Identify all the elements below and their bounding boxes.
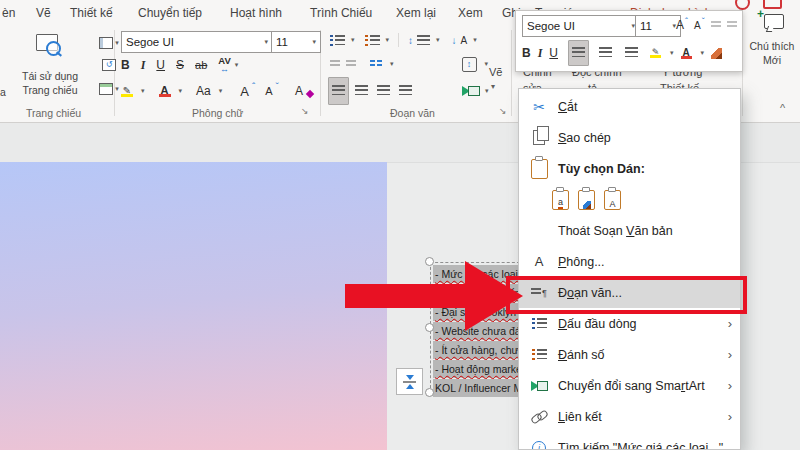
menu-item-convert-smartart[interactable]: Chuyển đổi sang SmartArt › xyxy=(519,370,740,401)
bold-button[interactable]: B xyxy=(121,58,130,72)
mini-font-name-combo[interactable]: Segoe UI ▾ xyxy=(522,15,640,37)
italic-button[interactable]: I xyxy=(538,46,543,61)
tab-design[interactable]: Thiết kế xyxy=(70,0,113,26)
submenu-arrow-icon: › xyxy=(728,348,732,361)
align-text-button[interactable]: ↕ xyxy=(462,57,477,72)
align-left-button[interactable] xyxy=(568,40,589,66)
autofit-options-button[interactable] xyxy=(396,368,423,395)
underline-button[interactable]: U xyxy=(549,46,558,60)
font-color-button[interactable]: A xyxy=(681,48,692,59)
smartart-icon xyxy=(528,376,550,396)
menu-item-link[interactable]: Liên kết › xyxy=(519,401,740,432)
align-center-button[interactable] xyxy=(596,41,615,65)
resize-handle[interactable] xyxy=(425,257,434,266)
chevron-down-icon: ▾ xyxy=(473,36,477,44)
slide-layout-button[interactable]: ▾ xyxy=(96,36,122,50)
new-comment-button[interactable]: + Chú thích Mới xyxy=(744,10,800,72)
paragraph-dialog-launcher[interactable]: ↘ xyxy=(499,106,507,116)
tab-animations[interactable]: Hoạt hình xyxy=(230,0,282,26)
submenu-arrow-icon: › xyxy=(728,379,732,392)
line-spacing-button[interactable] xyxy=(417,35,430,46)
slide-gradient-image[interactable] xyxy=(0,162,387,450)
menu-item-label: Thoát Soạn Văn bản xyxy=(558,224,673,238)
decrease-indent-button[interactable] xyxy=(330,60,340,69)
change-case-button[interactable]: Aa xyxy=(196,84,211,98)
chevron-down-icon: ▾ xyxy=(351,36,355,44)
paste-keep-text-only-button[interactable]: a xyxy=(552,190,569,210)
context-menu: ✂ Cắt Sao chép Tùy chọn Dán: a A Thoát S… xyxy=(518,88,741,450)
clipboard-icon xyxy=(528,159,550,179)
underline-button[interactable]: U xyxy=(156,58,165,72)
format-painter-icon[interactable] xyxy=(711,48,722,59)
decrease-indent-button[interactable] xyxy=(711,21,721,30)
font-color-button[interactable]: A xyxy=(159,85,171,97)
clipped-red-icon xyxy=(763,0,782,9)
eraser-icon xyxy=(306,90,314,98)
strikethrough-ab-button[interactable]: ab xyxy=(195,59,207,71)
tab-review[interactable]: Xem lại xyxy=(396,0,436,26)
increase-indent-button[interactable] xyxy=(346,60,356,69)
highlight-color-button[interactable]: ✎ xyxy=(121,86,133,97)
grow-font-button[interactable]: A xyxy=(240,84,249,99)
text-direction-button[interactable]: A xyxy=(461,35,468,46)
new-comment-label: Chú thích xyxy=(744,40,800,52)
menu-item-search[interactable]: i Tìm kiếm "Mức giá các loại..." xyxy=(519,432,740,450)
copy-icon xyxy=(528,128,550,148)
paste-options-row: a A xyxy=(519,184,740,215)
resize-handle[interactable] xyxy=(425,323,434,332)
textbox-line: KOL / Influencer M xyxy=(433,379,525,397)
convert-smartart-button[interactable] xyxy=(462,86,480,96)
draw-group-button[interactable]: Vẽ xyxy=(489,66,502,78)
grow-font-button[interactable]: A xyxy=(676,18,684,32)
grow-mark-icon: ˆ xyxy=(252,82,255,93)
collapse-ribbon-button[interactable]: ^ xyxy=(780,102,785,114)
clear-formatting-button[interactable]: A xyxy=(295,84,303,98)
character-spacing-button[interactable]: AV ↔ xyxy=(218,57,231,73)
shrink-font-button[interactable]: A xyxy=(694,20,701,31)
columns-icon xyxy=(370,60,375,69)
align-center-button[interactable] xyxy=(352,78,371,104)
link-icon xyxy=(528,407,550,427)
tab-draw[interactable]: Vẽ xyxy=(36,0,51,26)
chevron-down-icon: ▾ xyxy=(670,49,674,57)
shrink-font-button[interactable]: A xyxy=(265,85,272,97)
bold-button[interactable]: B xyxy=(522,46,531,60)
paste-merge-formatting-button[interactable] xyxy=(578,190,595,210)
highlight-color-button[interactable]: ✎ xyxy=(650,48,661,58)
paste-keep-source-button[interactable]: A xyxy=(604,190,621,210)
bullets-button[interactable] xyxy=(330,35,345,46)
tab-view[interactable]: Xem xyxy=(458,0,483,26)
numbering-button[interactable] xyxy=(365,35,380,46)
justify-button[interactable] xyxy=(396,78,415,104)
font-dialog-launcher[interactable]: ↘ xyxy=(301,106,309,116)
font-name-combo[interactable]: Segoe UI ▾ xyxy=(121,31,273,53)
tab-slideshow[interactable]: Trình Chiếu xyxy=(310,0,372,26)
reset-slide-button[interactable]: ↺ xyxy=(96,58,122,72)
font-size-value: 11 xyxy=(276,36,288,48)
numbering-icon xyxy=(528,345,550,365)
font-size-combo[interactable]: 11 ▾ xyxy=(271,31,321,53)
align-left-button[interactable] xyxy=(328,77,349,105)
paste-a-label: a xyxy=(558,197,563,209)
menu-item-font[interactable]: A Phông... xyxy=(519,246,740,277)
section-button[interactable]: ▾ xyxy=(96,82,122,96)
tab-transitions[interactable]: Chuyển tiếp xyxy=(138,0,202,26)
menu-item-numbering[interactable]: Đánh số › xyxy=(519,339,740,370)
reuse-slides-button[interactable]: Tái sử dụng Trang chiếu xyxy=(22,32,78,98)
tab-insert-partial[interactable]: èn xyxy=(2,0,15,26)
mini-font-size-combo[interactable]: 11 ▾ xyxy=(635,15,681,37)
menu-item-exit-edit-text[interactable]: Thoát Soạn Văn bản xyxy=(519,215,740,246)
menu-item-cut[interactable]: ✂ Cắt xyxy=(519,91,740,122)
spacing-arrows-icon: ↔ xyxy=(220,65,229,73)
increase-indent-button[interactable] xyxy=(727,21,737,30)
menu-item-copy[interactable]: Sao chép xyxy=(519,122,740,153)
resize-handle[interactable] xyxy=(425,388,434,397)
italic-button[interactable]: I xyxy=(141,58,146,73)
align-right-button[interactable] xyxy=(374,78,393,104)
smartart-box-icon xyxy=(468,86,480,96)
columns-button[interactable] xyxy=(370,60,382,69)
align-left-icon xyxy=(572,47,585,58)
powerpoint-window: èn Vẽ Thiết kế Chuyển tiếp Hoạt hình Trì… xyxy=(0,0,800,450)
strikethrough-button[interactable]: S xyxy=(176,58,184,72)
align-right-button[interactable] xyxy=(622,41,641,65)
